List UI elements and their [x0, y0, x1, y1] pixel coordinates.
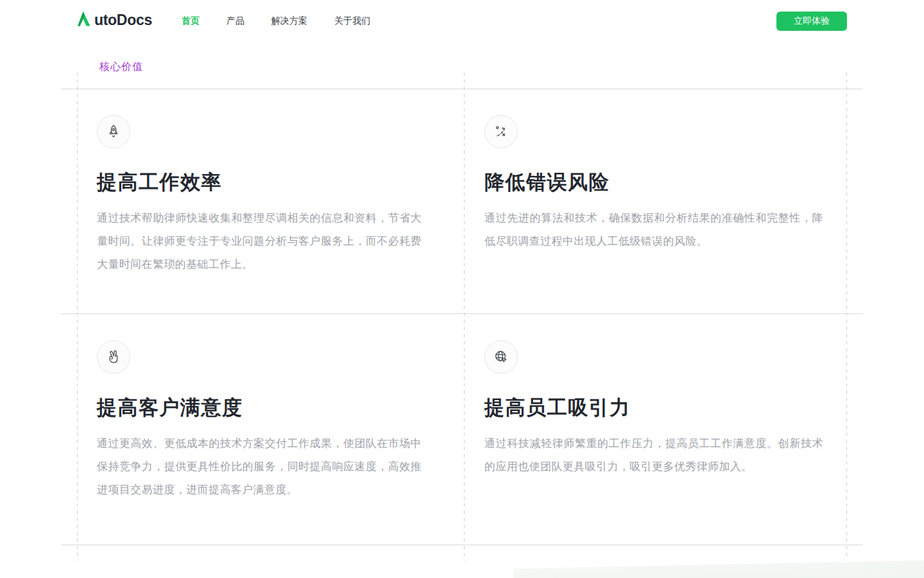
rocket-icon	[97, 115, 130, 148]
grid-guide-center	[464, 73, 465, 561]
grid-divider-bottom	[61, 545, 863, 545]
card-body: 通过先进的算法和技术，确保数据和分析结果的准确性和完整性，降低尽职调查过程中出现…	[484, 207, 823, 253]
section-label-core-values: 核心价值	[99, 60, 143, 74]
card-body: 通过更高效、更低成本的技术方案交付工作成果，使团队在市场中保持竞争力，提供更具性…	[97, 432, 422, 502]
victory-hand-icon	[97, 340, 130, 374]
try-now-button[interactable]: 立即体验	[776, 12, 847, 31]
value-card-client-satisfaction: 提高客户满意度 通过更高效、更低成本的技术方案交付工作成果，使团队在市场中保持竞…	[97, 340, 422, 502]
nav-item-solutions[interactable]: 解决方案	[271, 15, 307, 27]
card-title: 提高客户满意度	[97, 397, 422, 419]
header: utoDocs 首页 产品 解决方案 关于我们 立即体验	[0, 0, 924, 42]
grid-divider-middle	[61, 313, 863, 314]
card-body: 通过科技减轻律师繁重的工作压力，提高员工工作满意度。创新技术的应用也使团队更具吸…	[484, 432, 823, 478]
nav-item-home[interactable]: 首页	[182, 15, 200, 27]
grid-guide-left	[77, 73, 78, 561]
nav-item-about[interactable]: 关于我们	[334, 15, 370, 27]
logo[interactable]: utoDocs	[76, 10, 152, 30]
next-section-peek	[513, 559, 924, 578]
value-card-efficiency: 提高工作效率 通过技术帮助律师快速收集和整理尽调相关的信息和资料，节省大量时间。…	[97, 115, 422, 276]
strategy-icon	[484, 115, 518, 148]
main-nav: 首页 产品 解决方案 关于我们	[182, 0, 370, 42]
logo-text: utoDocs	[94, 12, 152, 29]
grid-guide-right	[846, 73, 847, 561]
grid-divider-top	[61, 89, 863, 89]
card-body: 通过技术帮助律师快速收集和整理尽调相关的信息和资料，节省大量时间。让律师更专注于…	[97, 207, 422, 276]
value-card-talent-attraction: 提高员工吸引力 通过科技减轻律师繁重的工作压力，提高员工工作满意度。创新技术的应…	[484, 340, 823, 478]
nav-item-products[interactable]: 产品	[227, 15, 244, 27]
logo-a-mark-icon	[76, 10, 94, 30]
value-card-lower-risk: 降低错误风险 通过先进的算法和技术，确保数据和分析结果的准确性和完整性，降低尽职…	[484, 115, 823, 253]
card-title: 提高工作效率	[97, 171, 422, 193]
globe-cursor-icon	[484, 340, 518, 374]
card-title: 提高员工吸引力	[484, 397, 823, 419]
card-title: 降低错误风险	[484, 171, 823, 193]
